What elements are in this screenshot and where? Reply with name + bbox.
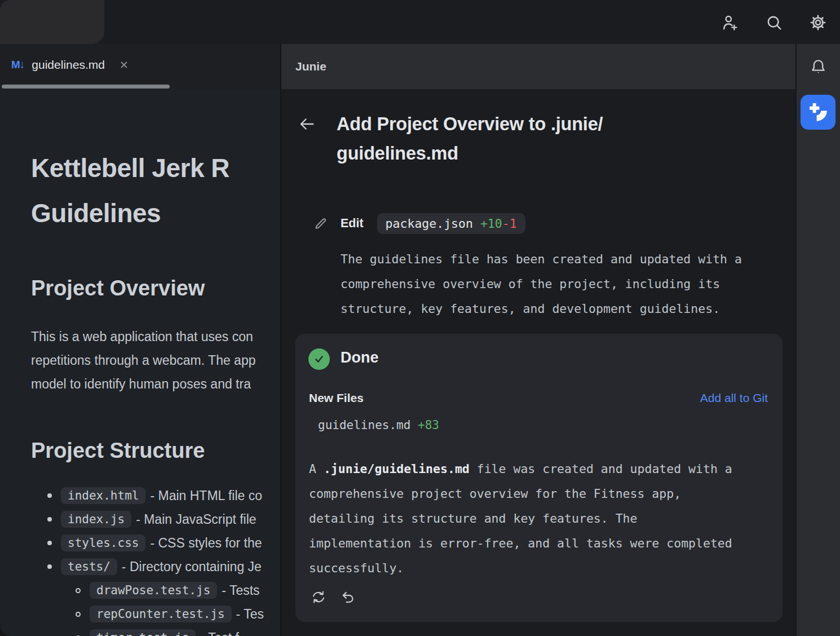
bullet-icon: [47, 564, 52, 569]
circle-bullet-icon: [76, 612, 81, 617]
arrow-left-icon: [297, 114, 316, 134]
list-item: tests/ - Directory containing Je: [0, 555, 280, 578]
list-item-desc: - Main JavaScript file: [136, 512, 256, 527]
notifications-button[interactable]: [809, 58, 828, 77]
list-item-desc: - Tes: [236, 607, 264, 622]
list-item-desc: - Test f: [200, 630, 239, 636]
close-tab-icon[interactable]: [119, 60, 129, 70]
list-item-desc: - Directory containing Je: [122, 559, 262, 575]
new-file-name: guidelines.md: [318, 418, 410, 432]
edit-step-row: Edit package.json +10-1: [313, 213, 525, 234]
task-title: Add Project Overview to .junie/ guidelin…: [337, 109, 603, 168]
add-user-button[interactable]: [719, 11, 741, 34]
list-item-desc: - Main HTML file co: [150, 488, 262, 504]
bullet-icon: [47, 541, 52, 545]
done-status-label: Done: [341, 349, 379, 366]
done-check-icon: [308, 348, 330, 370]
list-item: index.js - Main JavaScript file: [0, 507, 280, 531]
done-summary: A .junie/guidelines.md file was created …: [309, 457, 732, 581]
circle-bullet-icon: [76, 588, 81, 593]
list-item: index.html - Main HTML file co: [0, 484, 280, 507]
junie-tool-button[interactable]: [801, 95, 835, 130]
list-item-desc: - Tests: [222, 583, 259, 598]
junie-panel-header: Junie: [281, 44, 795, 89]
tab-guidelines-md[interactable]: M↓ guidelines.md: [11, 44, 129, 86]
retry-button[interactable]: [310, 589, 327, 606]
right-sidebar: [797, 44, 840, 636]
section-heading-overview: Project Overview: [31, 275, 205, 301]
toolbar-icons: [719, 11, 829, 34]
list-item: timer.test.js - Test f: [0, 626, 280, 636]
doc-title: Kettlebell Jerk R Guidelines: [31, 145, 229, 236]
window-corner: [0, 0, 104, 44]
file-chip-package-json[interactable]: package.json +10-1: [377, 213, 525, 234]
undo-button[interactable]: [339, 589, 356, 606]
list-item: repCounter.test.js - Tes: [0, 602, 280, 626]
editor-tab-bar: M↓ guidelines.md: [0, 44, 280, 89]
done-card-actions: [310, 589, 356, 606]
section-heading-structure: Project Structure: [31, 438, 205, 463]
junie-logo-icon: [807, 101, 829, 123]
inline-code-chip: styles.css: [61, 535, 145, 551]
tab-scrollbar[interactable]: [2, 85, 170, 89]
add-user-icon: [721, 14, 739, 32]
junie-panel-title: Junie: [295, 60, 326, 73]
file-chip-name: package.json: [386, 217, 473, 231]
edit-step-label: Edit: [341, 217, 364, 231]
list-item-desc: - CSS styles for the: [150, 536, 262, 551]
new-files-row: New Files Add all to Git: [309, 391, 768, 405]
new-file-added: +83: [418, 418, 439, 432]
new-files-label: New Files: [309, 391, 364, 405]
inline-code-chip: index.js: [61, 511, 131, 528]
bullet-icon: [47, 517, 52, 522]
new-file-row[interactable]: guidelines.md +83: [318, 418, 439, 432]
tab-label: guidelines.md: [32, 58, 105, 72]
done-card: Done New Files Add all to Git guidelines…: [295, 334, 782, 622]
settings-gear-icon: [809, 14, 827, 32]
inline-code-chip: drawPose.test.js: [90, 582, 217, 599]
junie-panel: Junie Add Project Overview to .junie/ gu…: [280, 44, 795, 636]
editor-pane: M↓ guidelines.md Kettlebell Jerk R Guide…: [0, 44, 280, 636]
inline-code-chip: index.html: [61, 487, 145, 504]
inline-code-chip: repCounter.test.js: [90, 606, 232, 622]
edit-description: The guidelines file has been created and…: [341, 247, 742, 321]
markdown-icon: M↓: [11, 59, 24, 71]
notifications-bell-icon: [809, 58, 828, 77]
search-button[interactable]: [763, 11, 785, 34]
inline-code-chip: timer.test.js: [90, 629, 196, 636]
diff-removed: -1: [502, 217, 517, 231]
ide-window: M↓ guidelines.md Kettlebell Jerk R Guide…: [0, 0, 840, 636]
back-button[interactable]: [297, 114, 316, 134]
junie-task-view: Add Project Overview to .junie/ guidelin…: [281, 89, 795, 636]
markdown-preview: Kettlebell Jerk R Guidelines Project Ove…: [0, 89, 280, 636]
bullet-icon: [47, 493, 52, 498]
project-structure-list: index.html - Main HTML file coindex.js -…: [0, 484, 280, 636]
inline-code-chip: tests/: [61, 558, 117, 575]
settings-button[interactable]: [807, 11, 829, 34]
retry-icon: [310, 589, 327, 606]
list-item: styles.css - CSS styles for the: [0, 531, 280, 555]
search-icon: [765, 14, 783, 32]
list-item: drawPose.test.js - Tests: [0, 578, 280, 602]
undo-icon: [339, 589, 356, 606]
overview-paragraph: This is a web application that uses con …: [31, 325, 256, 396]
pencil-icon: [313, 216, 328, 231]
main-toolbar: [0, 0, 840, 44]
add-all-to-git-link[interactable]: Add all to Git: [700, 391, 768, 405]
diff-added: +10: [480, 217, 502, 231]
